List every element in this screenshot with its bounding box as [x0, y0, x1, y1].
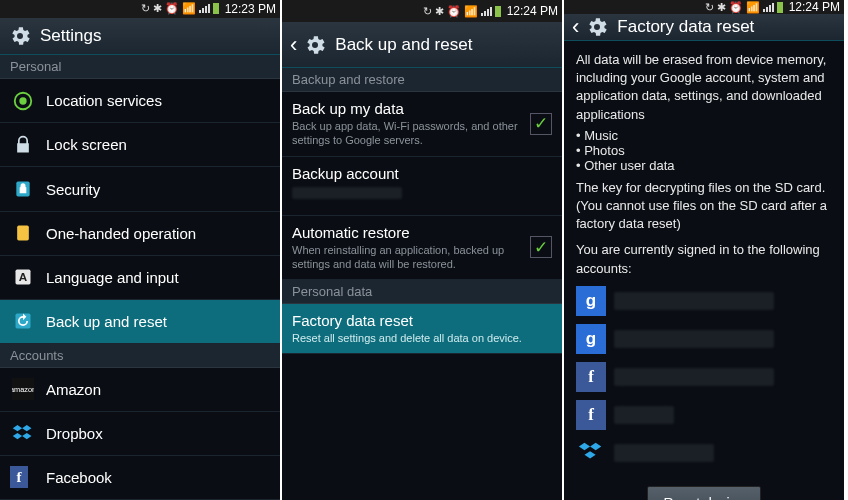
- redacted-account: [614, 292, 774, 310]
- back-button[interactable]: ‹: [572, 14, 579, 40]
- item-location-services[interactable]: Location services: [0, 79, 280, 123]
- reset-device-button[interactable]: Reset device: [647, 486, 762, 500]
- language-icon: A: [10, 264, 36, 290]
- account-facebook-1: f: [564, 358, 844, 396]
- svg-text:amazon: amazon: [12, 385, 34, 394]
- checkbox-restore[interactable]: ✓: [530, 236, 552, 258]
- item-label: Location services: [46, 92, 162, 109]
- svg-rect-3: [17, 226, 29, 241]
- item-label: Back up and reset: [46, 313, 167, 330]
- gear-icon: [8, 24, 32, 48]
- warning-text-1: All data will be erased from device memo…: [564, 41, 844, 128]
- item-label: Lock screen: [46, 136, 127, 153]
- item-dropbox[interactable]: Dropbox: [0, 412, 280, 456]
- gear-icon: [585, 15, 609, 39]
- page-title: Back up and reset: [335, 35, 472, 55]
- wifi-icon: 📶: [182, 2, 196, 15]
- check-icon: ✓: [534, 115, 548, 132]
- button-bar: Reset device: [564, 472, 844, 500]
- item-language-input[interactable]: A Language and input: [0, 256, 280, 300]
- page-title: Settings: [40, 26, 101, 46]
- wifi-icon: 📶: [464, 5, 478, 18]
- lock-icon: [10, 132, 36, 158]
- signal-icon: [199, 4, 210, 13]
- sync-icon: ↻: [423, 5, 432, 18]
- battery-icon: [777, 2, 783, 13]
- item-factory-data-reset[interactable]: Factory data reset Reset all settings an…: [282, 304, 562, 354]
- facebook-icon: f: [576, 400, 606, 430]
- item-label: Language and input: [46, 269, 179, 286]
- row-title: Backup account: [292, 165, 552, 182]
- signal-icon: [481, 7, 492, 16]
- sync-icon: ↻: [141, 2, 150, 15]
- status-time: 12:24 PM: [789, 0, 840, 14]
- account-facebook-2: f: [564, 396, 844, 434]
- backup-reset-screen: ↻ ✱ ⏰ 📶 12:24 PM ‹ Back up and reset Bac…: [282, 0, 564, 500]
- back-button[interactable]: ‹: [290, 32, 297, 58]
- sync-icon: ↻: [705, 1, 714, 14]
- item-security[interactable]: Security: [0, 167, 280, 211]
- status-icons: ↻ ✱ ⏰ 📶: [141, 2, 219, 15]
- item-automatic-restore[interactable]: Automatic restore When reinstalling an a…: [282, 216, 562, 281]
- item-backup-my-data[interactable]: Back up my data Back up app data, Wi-Fi …: [282, 92, 562, 157]
- warning-text-2: The key for decrypting files on the SD c…: [564, 173, 844, 238]
- facebook-icon: f: [576, 362, 606, 392]
- account-google-1: g: [564, 282, 844, 320]
- bullet-music: • Music: [564, 128, 844, 143]
- dropbox-icon: [576, 438, 606, 468]
- status-icons: ↻ ✱ ⏰ 📶: [423, 5, 501, 18]
- item-backup-account[interactable]: Backup account: [282, 157, 562, 216]
- status-icons: ↻ ✱ ⏰ 📶: [705, 1, 783, 14]
- status-time: 12:23 PM: [225, 2, 276, 16]
- row-subtitle: When reinstalling an application, backed…: [292, 243, 524, 272]
- bluetooth-icon: ✱: [435, 5, 444, 18]
- signal-icon: [763, 3, 774, 12]
- status-bar: ↻ ✱ ⏰ 📶 12:23 PM: [0, 0, 280, 18]
- warning-text-3: You are currently signed in to the follo…: [564, 237, 844, 281]
- status-bar: ↻ ✱ ⏰ 📶 12:24 PM: [564, 0, 844, 14]
- redacted-account: [614, 444, 714, 462]
- header: ‹ Factory data reset: [564, 14, 844, 41]
- item-backup-reset[interactable]: Back up and reset: [0, 300, 280, 344]
- item-label: Security: [46, 181, 100, 198]
- redacted-account: [614, 368, 774, 386]
- header: Settings: [0, 18, 280, 55]
- wifi-icon: 📶: [746, 1, 760, 14]
- redacted-account: [614, 406, 674, 424]
- bullet-photos: • Photos: [564, 143, 844, 158]
- svg-point-1: [19, 97, 26, 104]
- row-subtitle: Back up app data, Wi-Fi passwords, and o…: [292, 119, 524, 148]
- dropbox-icon: [10, 420, 36, 446]
- item-label: Facebook: [46, 469, 112, 486]
- status-bar: ↻ ✱ ⏰ 📶 12:24 PM: [282, 0, 562, 22]
- location-icon: [10, 88, 36, 114]
- battery-icon: [495, 6, 501, 17]
- battery-icon: [213, 3, 219, 14]
- facebook-icon: f: [10, 464, 36, 490]
- item-lock-screen[interactable]: Lock screen: [0, 123, 280, 167]
- status-time: 12:24 PM: [507, 4, 558, 18]
- checkbox-backup[interactable]: ✓: [530, 113, 552, 135]
- item-amazon[interactable]: amazon Amazon: [0, 368, 280, 412]
- row-title: Factory data reset: [292, 312, 552, 329]
- gear-icon: [303, 33, 327, 57]
- bluetooth-icon: ✱: [717, 1, 726, 14]
- item-one-handed[interactable]: One-handed operation: [0, 212, 280, 256]
- hand-icon: [10, 220, 36, 246]
- section-personal: Personal: [0, 55, 280, 79]
- alarm-icon: ⏰: [165, 2, 179, 15]
- redacted-account: [292, 187, 402, 199]
- section-backup-restore: Backup and restore: [282, 68, 562, 92]
- row-subtitle: Reset all settings and delete all data o…: [292, 331, 552, 345]
- amazon-icon: amazon: [10, 376, 36, 402]
- row-title: Automatic restore: [292, 224, 524, 241]
- bluetooth-icon: ✱: [153, 2, 162, 15]
- header: ‹ Back up and reset: [282, 22, 562, 68]
- backup-icon: [10, 308, 36, 334]
- settings-screen: ↻ ✱ ⏰ 📶 12:23 PM Settings Personal Locat…: [0, 0, 282, 500]
- bullet-other: • Other user data: [564, 158, 844, 173]
- row-title: Back up my data: [292, 100, 524, 117]
- check-icon: ✓: [534, 239, 548, 256]
- redacted-account: [614, 330, 774, 348]
- item-facebook[interactable]: f Facebook: [0, 456, 280, 500]
